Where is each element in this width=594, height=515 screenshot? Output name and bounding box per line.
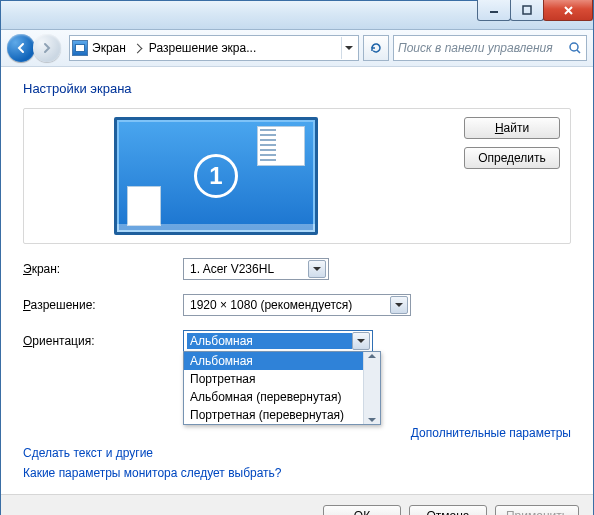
resolution-label: Разрешение:	[23, 298, 183, 312]
display-panel-icon	[72, 40, 88, 56]
display-row: Экран: 1. Acer V236HL	[23, 258, 571, 280]
orientation-dropdown-value: Альбомная	[187, 333, 352, 349]
chevron-right-icon	[132, 43, 142, 53]
which-settings-link[interactable]: Какие параметры монитора следует выбрать…	[23, 466, 282, 480]
identify-button[interactable]: Определить	[464, 147, 560, 169]
arrow-left-icon	[14, 41, 28, 55]
breadcrumb-dropdown[interactable]	[341, 37, 356, 59]
search-input[interactable]: Поиск в панели управления	[393, 35, 587, 61]
maximize-button[interactable]	[510, 0, 544, 21]
scroll-down-icon	[368, 418, 376, 422]
resolution-dropdown-value: 1920 × 1080 (рекомендуется)	[190, 298, 390, 312]
refresh-button[interactable]	[363, 35, 389, 61]
svg-rect-1	[523, 6, 531, 14]
which-settings-link-row: Какие параметры монитора следует выбрать…	[23, 466, 571, 480]
scroll-up-icon	[368, 354, 376, 358]
orientation-option[interactable]: Портретная	[184, 370, 380, 388]
orientation-option[interactable]: Альбомная (перевернутая)	[184, 388, 380, 406]
resolution-dropdown[interactable]: 1920 × 1080 (рекомендуется)	[183, 294, 411, 316]
navigation-bar: Экран Разрешение экра... Поиск в панели …	[1, 30, 593, 67]
arrow-right-icon	[40, 41, 54, 55]
find-button[interactable]: Найти	[464, 117, 560, 139]
monitor-preview-panel: 1 Найти Определить	[23, 108, 571, 244]
chevron-down-icon	[390, 296, 408, 314]
page-title: Настройки экрана	[23, 81, 571, 96]
display-dropdown[interactable]: 1. Acer V236HL	[183, 258, 329, 280]
text-size-link[interactable]: Сделать текст и другие	[23, 446, 153, 460]
breadcrumb-item[interactable]: Разрешение экра...	[149, 41, 256, 55]
advanced-settings-link[interactable]: Дополнительные параметры	[411, 426, 571, 440]
nav-forward-button[interactable]	[33, 34, 61, 62]
content-area: Настройки экрана 1 Найти Определить Экра…	[1, 67, 593, 494]
nav-buttons	[7, 33, 65, 63]
resolution-row: Разрешение: 1920 × 1080 (рекомендуется)	[23, 294, 571, 316]
svg-point-2	[570, 43, 578, 51]
orientation-row: Ориентация: Альбомная Альбомная Портретн…	[23, 330, 571, 352]
address-bar[interactable]: Экран Разрешение экра...	[69, 35, 359, 61]
orientation-dropdown-list: Альбомная Портретная Альбомная (переверн…	[183, 351, 381, 425]
ok-button[interactable]: ОК	[323, 505, 401, 515]
dialog-footer: ОК Отмена Применить	[1, 494, 593, 515]
orientation-dropdown[interactable]: Альбомная Альбомная Портретная Альбомная…	[183, 330, 373, 352]
monitor-preview[interactable]: 1	[114, 117, 318, 235]
chevron-down-icon	[308, 260, 326, 278]
close-button[interactable]	[543, 0, 593, 21]
close-icon	[563, 5, 574, 16]
maximize-icon	[522, 5, 532, 15]
advanced-settings-link-row: Дополнительные параметры	[23, 426, 571, 440]
display-dropdown-value: 1. Acer V236HL	[190, 262, 308, 276]
search-icon	[568, 41, 582, 55]
window-thumb-icon	[127, 186, 161, 226]
search-placeholder: Поиск в панели управления	[398, 41, 568, 55]
window-thumb-icon	[257, 126, 305, 166]
nav-back-button[interactable]	[7, 34, 35, 62]
orientation-option[interactable]: Портретная (перевернутая)	[184, 406, 380, 424]
cancel-button[interactable]: Отмена	[409, 505, 487, 515]
window-controls	[478, 0, 593, 21]
minimize-button[interactable]	[477, 0, 511, 21]
monitor-number-badge: 1	[194, 154, 238, 198]
display-label: Экран:	[23, 262, 183, 276]
chevron-down-icon	[352, 332, 370, 350]
window-titlebar	[1, 1, 593, 30]
svg-line-3	[577, 50, 580, 53]
orientation-option[interactable]: Альбомная	[184, 352, 380, 370]
refresh-icon	[369, 41, 383, 55]
orientation-label: Ориентация:	[23, 334, 183, 348]
dropdown-scrollbar[interactable]	[363, 352, 380, 424]
taskbar-icon	[117, 224, 315, 232]
control-panel-window: Экран Разрешение экра... Поиск в панели …	[0, 0, 594, 515]
apply-button[interactable]: Применить	[495, 505, 579, 515]
minimize-icon	[489, 5, 499, 15]
breadcrumb-item[interactable]: Экран	[92, 41, 126, 55]
text-size-link-row: Сделать текст и другие	[23, 446, 571, 460]
preview-side-buttons: Найти Определить	[464, 117, 560, 169]
